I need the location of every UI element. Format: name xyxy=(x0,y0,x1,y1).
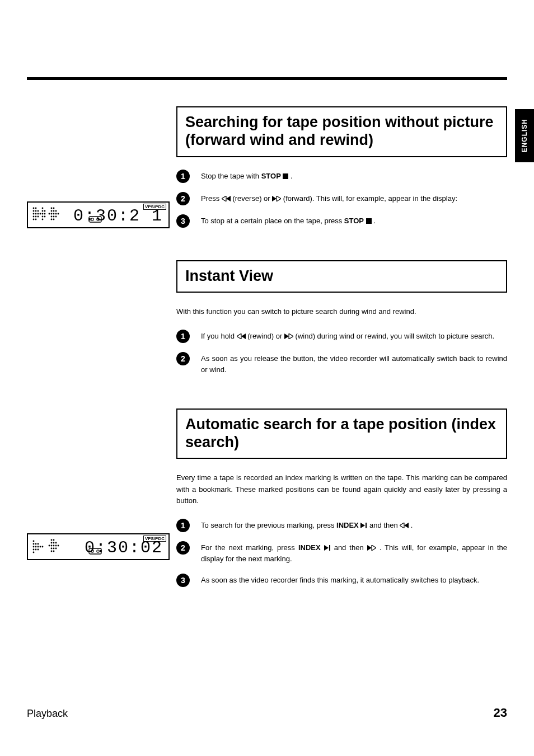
svg-marker-73 xyxy=(226,196,231,201)
svg-point-63 xyxy=(53,548,55,550)
text-fragment: If you hold xyxy=(201,332,237,340)
step-row: 2 Press (reverse) or (forward). This wil… xyxy=(176,193,507,205)
step-text: For the next marking, press INDEX and th… xyxy=(201,542,507,565)
svg-marker-87 xyxy=(367,545,372,551)
step-row: 1 To search for the previous marking, pr… xyxy=(176,520,507,532)
svg-point-26 xyxy=(38,216,39,218)
svg-point-0 xyxy=(33,208,35,209)
main-content: Searching for tape position without pict… xyxy=(176,106,507,597)
svg-point-43 xyxy=(33,543,35,545)
rewind-icon xyxy=(400,523,409,528)
stop-icon xyxy=(283,173,288,179)
stop-button-label: STOP xyxy=(261,172,281,180)
step-text: To stop at a certain place on the tape, … xyxy=(201,215,507,227)
svg-marker-72 xyxy=(222,196,226,201)
svg-point-51 xyxy=(38,546,39,548)
step-text: As soon as you release the button, the v… xyxy=(201,353,507,375)
svg-point-21 xyxy=(53,213,55,215)
next-icon xyxy=(360,523,367,528)
section-heading-1: Searching for tape position without pict… xyxy=(176,106,507,157)
svg-point-30 xyxy=(53,216,55,218)
svg-point-64 xyxy=(55,548,57,550)
svg-point-55 xyxy=(51,545,53,547)
section-heading-3: Automatic search for a tape position (in… xyxy=(176,408,507,459)
svg-point-41 xyxy=(51,539,53,541)
svg-rect-71 xyxy=(283,173,288,179)
svg-point-62 xyxy=(51,548,53,550)
display-dots-icon xyxy=(31,206,60,227)
step-row: 2 As soon as you release the button, the… xyxy=(176,353,507,375)
svg-point-32 xyxy=(33,219,35,220)
svg-point-36 xyxy=(53,219,55,220)
svg-point-5 xyxy=(33,210,35,212)
text-fragment: To stop at a certain place on the tape, … xyxy=(201,217,344,225)
svg-point-1 xyxy=(35,208,37,209)
section-heading-2: Instant View xyxy=(176,260,507,293)
svg-point-9 xyxy=(44,210,46,212)
svg-point-65 xyxy=(33,552,35,553)
svg-point-46 xyxy=(51,542,53,544)
svg-marker-88 xyxy=(372,545,376,551)
display-time-2: 0:30:02 xyxy=(85,538,163,557)
text-fragment: and then xyxy=(367,521,400,529)
svg-point-31 xyxy=(55,216,57,218)
svg-point-40 xyxy=(33,541,35,542)
step-text: Press (reverse) or (forward). This will,… xyxy=(201,193,507,204)
step-row: 1 If you hold (rewind) or (wind) during … xyxy=(176,331,507,343)
index-button-label: INDEX xyxy=(336,521,359,529)
svg-point-22 xyxy=(55,213,57,215)
step-number-icon: 1 xyxy=(176,170,190,183)
vcr-display-1: VPS/PDC 0:30:2 1 xyxy=(27,201,170,228)
svg-marker-74 xyxy=(272,196,277,201)
step-number-icon: 1 xyxy=(176,330,190,343)
svg-point-27 xyxy=(42,216,44,218)
svg-point-58 xyxy=(58,545,59,547)
svg-point-24 xyxy=(33,216,35,218)
step-text: Stop the tape with STOP . xyxy=(201,171,507,182)
step-row: 3 To stop at a certain place on the tape… xyxy=(176,215,507,228)
svg-point-15 xyxy=(38,213,39,215)
svg-marker-83 xyxy=(400,523,404,528)
svg-point-8 xyxy=(42,210,44,212)
svg-point-19 xyxy=(49,213,50,215)
forward-icon xyxy=(284,334,293,339)
footer-page-number: 23 xyxy=(494,706,507,720)
svg-point-34 xyxy=(42,219,44,220)
step-number-icon: 2 xyxy=(176,541,190,555)
svg-rect-76 xyxy=(366,218,372,224)
step-number-icon: 2 xyxy=(176,352,190,365)
svg-point-3 xyxy=(51,208,53,209)
svg-point-23 xyxy=(58,213,59,215)
svg-point-57 xyxy=(55,545,57,547)
text-fragment: Press xyxy=(201,194,222,203)
display-dots-icon xyxy=(31,538,60,559)
svg-marker-81 xyxy=(360,523,365,528)
step-number-icon: 3 xyxy=(176,214,190,228)
svg-point-14 xyxy=(35,213,37,215)
rewind-icon xyxy=(222,196,231,201)
svg-point-53 xyxy=(42,546,44,548)
text-fragment: and then xyxy=(331,543,367,552)
step-row: 1 Stop the tape with STOP . xyxy=(176,171,507,183)
language-tab-label: ENGLISH xyxy=(521,119,528,152)
text-fragment: Stop the tape with xyxy=(201,172,261,180)
svg-point-49 xyxy=(33,546,35,548)
top-rule xyxy=(27,77,507,80)
step-row: 2 For the next marking, press INDEX and … xyxy=(176,542,507,565)
step-text: To search for the previous marking, pres… xyxy=(201,520,507,531)
svg-point-48 xyxy=(55,542,57,544)
svg-point-29 xyxy=(51,216,53,218)
step-text: If you hold (rewind) or (wind) during wi… xyxy=(201,331,507,342)
svg-point-45 xyxy=(38,543,39,545)
text-fragment: For the next marking, press xyxy=(201,543,298,552)
svg-rect-86 xyxy=(329,545,330,551)
text-fragment: (rewind) or xyxy=(246,332,284,340)
svg-point-11 xyxy=(53,210,55,212)
svg-point-12 xyxy=(55,210,57,212)
svg-point-35 xyxy=(51,219,53,220)
rewind-icon xyxy=(237,334,246,339)
section-intro: Every time a tape is recorded an index m… xyxy=(176,472,507,506)
step-number-icon: 3 xyxy=(176,574,190,587)
svg-point-25 xyxy=(35,216,37,218)
text-fragment: . xyxy=(409,521,413,529)
